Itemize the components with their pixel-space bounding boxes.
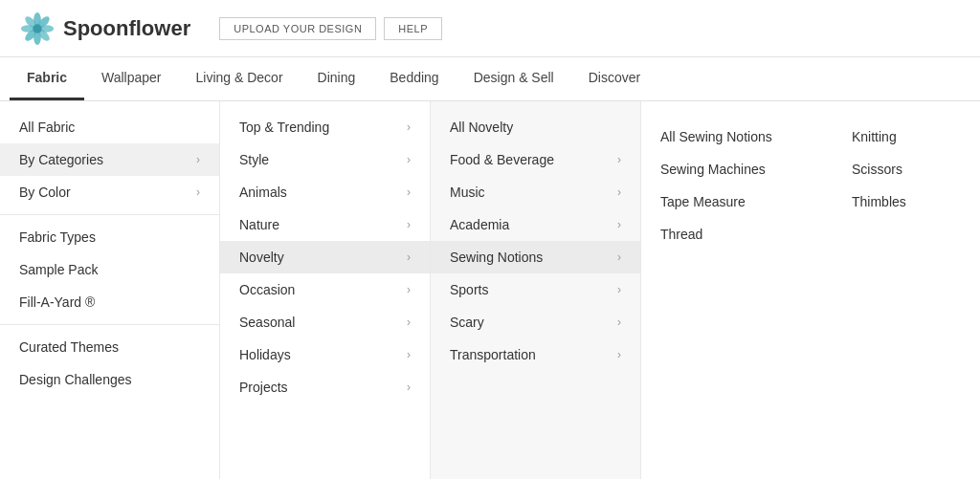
panel-item-knitting[interactable]: Knitting (833, 120, 980, 153)
panel-item-sports[interactable]: Sports › (431, 273, 640, 306)
sidebar-divider-2 (0, 324, 219, 325)
chevron-right-icon: › (407, 283, 411, 296)
chevron-right-icon: › (196, 153, 200, 166)
panel-item-holidays[interactable]: Holidays › (220, 338, 430, 371)
panel-item-top-trending[interactable]: Top & Trending › (220, 111, 430, 143)
panel-item-novelty[interactable]: Novelty › (220, 241, 430, 273)
chevron-right-icon: › (407, 185, 411, 199)
panel-item-projects[interactable]: Projects › (220, 371, 430, 403)
upload-design-button[interactable]: UPLOAD YOUR DESIGN (219, 17, 376, 40)
panel-sewing-notions: All Sewing Notions Sewing Machines Tape … (641, 101, 980, 479)
chevron-right-icon: › (407, 381, 411, 394)
panel-item-music[interactable]: Music › (431, 176, 640, 208)
chevron-right-icon: › (196, 185, 200, 199)
panel-item-animals[interactable]: Animals › (220, 176, 430, 208)
sidebar-item-sample-pack[interactable]: Sample Pack (0, 253, 219, 286)
main-content: All Fabric By Categories › By Color › Fa… (0, 101, 980, 479)
panel-item-style[interactable]: Style › (220, 143, 430, 176)
chevron-right-icon: › (407, 153, 411, 166)
sidebar-item-fabric-types[interactable]: Fabric Types (0, 221, 219, 253)
help-button[interactable]: HELP (384, 17, 442, 40)
sidebar-item-by-color[interactable]: By Color › (0, 176, 219, 208)
chevron-right-icon: › (407, 218, 411, 231)
chevron-right-icon: › (407, 316, 411, 329)
panel-item-occasion[interactable]: Occasion › (220, 273, 430, 306)
sidebar: All Fabric By Categories › By Color › Fa… (0, 101, 220, 479)
nav-item-wallpaper[interactable]: Wallpaper (84, 57, 179, 100)
panel-item-sewing-machines[interactable]: Sewing Machines (641, 153, 833, 185)
header: Spoonflower UPLOAD YOUR DESIGN HELP (0, 0, 980, 57)
panel-item-academia[interactable]: Academia › (431, 208, 640, 241)
panel-categories: Top & Trending › Style › Animals › Natur… (220, 101, 431, 479)
panel-item-all-sewing-notions[interactable]: All Sewing Notions (641, 120, 833, 153)
panel-item-scary[interactable]: Scary › (431, 306, 640, 338)
panel-item-all-novelty[interactable]: All Novelty (431, 111, 640, 143)
panel-item-sewing-notions[interactable]: Sewing Notions › (431, 241, 640, 273)
panel-item-thread[interactable]: Thread (641, 218, 833, 250)
logo-text: Spoonflower (63, 16, 190, 41)
panel-item-scissors[interactable]: Scissors (833, 153, 980, 185)
nav-item-living-decor[interactable]: Living & Decor (179, 57, 301, 100)
chevron-right-icon: › (407, 348, 411, 361)
panel-novelty: All Novelty Food & Beverage › Music › Ac… (431, 101, 641, 479)
panel-item-nature[interactable]: Nature › (220, 208, 430, 241)
nav-bar: Fabric Wallpaper Living & Decor Dining B… (0, 57, 980, 101)
nav-item-design-sell[interactable]: Design & Sell (457, 57, 571, 100)
chevron-right-icon: › (617, 153, 621, 166)
chevron-right-icon: › (617, 348, 621, 361)
dropdown-panels: Top & Trending › Style › Animals › Natur… (220, 101, 980, 479)
panel-item-food-beverage[interactable]: Food & Beverage › (431, 143, 640, 176)
sewing-panel-col2: Knitting Scissors Thimbles (833, 111, 980, 469)
logo[interactable]: Spoonflower (19, 11, 190, 47)
chevron-right-icon: › (617, 283, 621, 296)
nav-item-dining[interactable]: Dining (301, 57, 373, 100)
sidebar-item-curated-themes[interactable]: Curated Themes (0, 331, 219, 363)
sidebar-divider-1 (0, 214, 219, 215)
sidebar-item-fill-a-yard[interactable]: Fill-A-Yard ® (0, 286, 219, 318)
chevron-right-icon: › (407, 250, 411, 264)
sewing-panel-col1: All Sewing Notions Sewing Machines Tape … (641, 111, 833, 469)
panel-item-tape-measure[interactable]: Tape Measure (641, 185, 833, 218)
logo-flower-icon (19, 11, 56, 47)
nav-item-discover[interactable]: Discover (571, 57, 657, 100)
nav-item-fabric[interactable]: Fabric (10, 57, 84, 100)
panel-item-transportation[interactable]: Transportation › (431, 338, 640, 371)
panel-item-seasonal[interactable]: Seasonal › (220, 306, 430, 338)
chevron-right-icon: › (617, 218, 621, 231)
chevron-right-icon: › (617, 250, 621, 264)
chevron-right-icon: › (617, 185, 621, 199)
sidebar-item-by-categories[interactable]: By Categories › (0, 143, 219, 176)
sidebar-item-all-fabric[interactable]: All Fabric (0, 111, 219, 143)
panel-item-thimbles[interactable]: Thimbles (833, 185, 980, 218)
sidebar-item-design-challenges[interactable]: Design Challenges (0, 363, 219, 396)
nav-item-bedding[interactable]: Bedding (372, 57, 456, 100)
chevron-right-icon: › (617, 316, 621, 329)
svg-point-8 (33, 24, 42, 33)
chevron-right-icon: › (407, 120, 411, 134)
header-buttons: UPLOAD YOUR DESIGN HELP (219, 17, 442, 40)
